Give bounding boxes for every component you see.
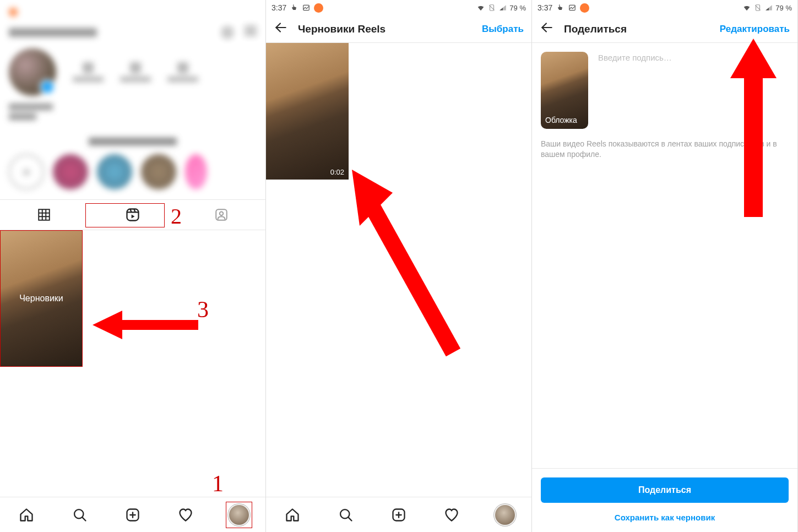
highlight-item[interactable] (141, 154, 176, 189)
status-bar: 3:37 79 % (532, 0, 797, 15)
hamburger-menu-icon[interactable] (245, 26, 257, 35)
back-arrow-icon (540, 20, 554, 35)
svg-rect-22 (303, 5, 310, 10)
draft-duration: 0:02 (330, 168, 344, 176)
bottom-nav (0, 497, 265, 532)
svg-point-14 (219, 212, 223, 216)
touch-icon (556, 3, 564, 12)
highlight-item[interactable] (185, 154, 207, 189)
annotation-label-1: 1 (212, 470, 224, 497)
home-icon (285, 507, 300, 523)
tab-tagged[interactable] (177, 208, 265, 222)
highlight-item[interactable] (53, 154, 88, 189)
add-icon (391, 507, 406, 523)
signal-icon (764, 3, 773, 12)
edit-button[interactable]: Редактировать (720, 24, 790, 35)
signal-icon (498, 3, 507, 12)
add-icon (125, 507, 140, 523)
reels-visibility-description: Ваши видео Reels показываются в лентах в… (541, 139, 789, 160)
annotation-label-2: 2 (171, 203, 182, 229)
highlight-add-icon[interactable]: + (9, 154, 44, 189)
heart-icon (444, 507, 459, 523)
touch-icon (290, 3, 298, 12)
back-button[interactable] (274, 20, 288, 38)
cover-label: Обложка (545, 116, 577, 124)
share-button[interactable]: Поделиться (541, 477, 789, 503)
no-sim-icon (487, 3, 496, 12)
profile-avatar[interactable] (9, 48, 56, 96)
profile-upper-blurred: + (0, 0, 265, 199)
username-redacted (9, 28, 97, 37)
back-arrow-icon (274, 20, 288, 35)
grid-icon (37, 208, 51, 222)
stat-following[interactable] (167, 62, 198, 82)
annotation-label-3: 3 (197, 296, 209, 323)
caption-input[interactable]: Введите подпись… (598, 52, 789, 129)
select-button[interactable]: Выбрать (482, 24, 524, 35)
status-orange-icon (9, 8, 18, 17)
back-button[interactable] (540, 20, 554, 38)
profile-avatar-icon (494, 504, 516, 526)
status-battery: 79 % (775, 4, 792, 12)
cover-thumbnail[interactable]: Обложка (541, 52, 588, 129)
svg-line-28 (371, 204, 453, 352)
record-icon (314, 3, 323, 13)
nav-search[interactable] (67, 502, 93, 528)
profile-avatar-icon (228, 504, 250, 526)
nav-add[interactable] (386, 502, 412, 528)
share-bottom-actions: Поделиться Сохранить как черновик (532, 468, 797, 532)
draft-thumbnail[interactable]: 0:02 (266, 43, 349, 180)
svg-rect-3 (39, 209, 50, 220)
nav-profile[interactable] (226, 502, 252, 528)
status-time: 3:37 (538, 3, 552, 12)
drafts-tile[interactable]: Черновики (0, 230, 83, 367)
header-title: Поделиться (564, 23, 720, 35)
panel-profile: + 2 Черновики 3 1 (0, 0, 266, 532)
svg-line-31 (348, 517, 351, 520)
stat-followers[interactable] (120, 62, 151, 82)
svg-line-18 (82, 517, 85, 520)
wifi-icon (742, 3, 751, 12)
header-title: Черновики Reels (298, 23, 482, 35)
heart-icon (178, 507, 193, 523)
status-bar: 3:37 79 % (266, 0, 531, 15)
tab-grid[interactable] (0, 208, 89, 222)
header-drafts: Черновики Reels Выбрать (266, 15, 531, 43)
nav-likes[interactable] (438, 502, 465, 528)
search-icon (72, 507, 88, 523)
status-battery: 79 % (509, 4, 526, 12)
nav-likes[interactable] (172, 502, 199, 528)
search-icon (338, 507, 354, 523)
panel-drafts-list: 3:37 79 % Черновики Reels (266, 0, 532, 532)
nav-home[interactable] (13, 502, 40, 528)
svg-rect-35 (569, 5, 576, 10)
create-post-icon[interactable] (221, 26, 234, 39)
no-sim-icon (753, 3, 762, 12)
image-icon (568, 3, 577, 12)
tagged-icon (214, 208, 229, 222)
status-time: 3:37 (272, 3, 286, 12)
image-icon (302, 3, 311, 12)
nav-home[interactable] (279, 502, 306, 528)
drafts-tile-label: Черновики (1, 294, 82, 303)
nav-add[interactable] (120, 502, 146, 528)
home-icon (19, 507, 34, 523)
nav-profile[interactable] (492, 502, 518, 528)
highlight-item[interactable] (97, 154, 132, 189)
nav-search[interactable] (333, 502, 359, 528)
svg-marker-29 (352, 170, 393, 226)
save-draft-button[interactable]: Сохранить как черновик (541, 513, 789, 522)
annotation-box-reels (85, 203, 165, 227)
bottom-nav (266, 497, 531, 532)
profile-tabs: 2 (0, 199, 265, 230)
record-icon (580, 3, 589, 13)
panel-share: 3:37 79 % Поделиться Реда (532, 0, 798, 532)
wifi-icon (476, 3, 485, 12)
stat-posts[interactable] (73, 62, 104, 82)
svg-marker-16 (93, 311, 122, 339)
header-share: Поделиться Редактировать (532, 15, 797, 43)
annotation-arrow-draft (327, 160, 470, 369)
